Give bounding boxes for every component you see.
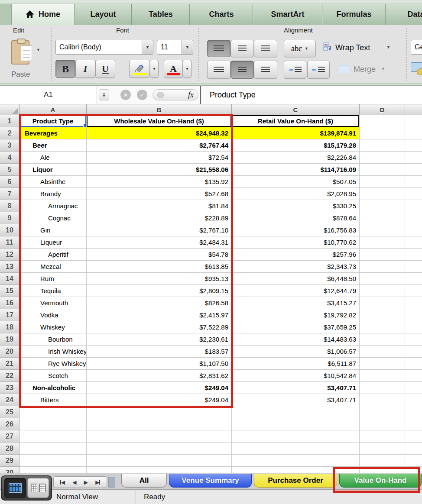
cell[interactable] (360, 370, 405, 382)
bold-button[interactable]: B (55, 60, 75, 78)
cell[interactable] (405, 467, 422, 473)
cell[interactable] (360, 443, 405, 455)
font-color-dropdown-icon[interactable]: ▼ (183, 60, 192, 78)
cell[interactable]: $249.04 (87, 382, 232, 394)
italic-button[interactable]: I (75, 60, 95, 78)
cell[interactable]: $3,407.71 (232, 382, 360, 394)
cell[interactable] (360, 152, 405, 164)
cell[interactable]: Rye Whiskey (19, 358, 87, 370)
sheet-tab-purchase-order[interactable]: Purchase Order (254, 474, 337, 488)
cell[interactable]: $330.25 (232, 200, 360, 212)
cell[interactable]: $7,522.89 (87, 321, 232, 333)
cell[interactable] (405, 212, 422, 224)
cell[interactable]: $14,483.63 (232, 333, 360, 346)
cell[interactable]: Scotch (19, 370, 87, 382)
cell[interactable] (405, 261, 422, 273)
cell[interactable]: Bitters (19, 394, 87, 406)
align-top-button[interactable] (207, 40, 230, 57)
cell[interactable] (405, 309, 422, 321)
paste-button[interactable] (6, 37, 35, 68)
column-header-A[interactable]: A (19, 104, 87, 115)
cell[interactable] (405, 394, 422, 406)
cell[interactable] (360, 406, 405, 418)
cell[interactable]: $19,792.82 (232, 309, 360, 321)
wrap-text-label[interactable]: Wrap Text (335, 43, 370, 52)
cell[interactable]: $2,343.73 (232, 261, 360, 273)
cell[interactable] (360, 249, 405, 261)
tab-smartart[interactable]: SmartArt (253, 4, 322, 25)
row-header-19[interactable]: 19 (0, 333, 19, 346)
cell[interactable]: $10,542.84 (232, 370, 360, 382)
cell[interactable]: $183.57 (87, 346, 232, 358)
cell[interactable] (405, 224, 422, 236)
cell[interactable] (360, 188, 405, 200)
cell[interactable]: Liquor (19, 164, 87, 176)
cell[interactable]: $257.96 (232, 249, 360, 261)
row-header-25[interactable]: 25 (0, 406, 19, 418)
merge-label[interactable]: Merge (354, 65, 376, 74)
cell[interactable]: Non-alcoholic (19, 382, 87, 394)
cell[interactable] (405, 127, 422, 139)
cell[interactable]: Beverages (19, 127, 87, 139)
cell[interactable]: $2,767.44 (87, 139, 232, 152)
cell[interactable]: $2,809.15 (87, 285, 232, 297)
cell[interactable] (19, 406, 87, 418)
cell[interactable]: $613.85 (87, 261, 232, 273)
tab-charts[interactable]: Charts (190, 4, 253, 25)
cell[interactable]: $3,407.71 (232, 394, 360, 406)
cell[interactable] (19, 443, 87, 455)
cell[interactable]: Tequila (19, 285, 87, 297)
accept-icon[interactable]: ✓ (137, 90, 147, 100)
cell[interactable]: Beer (19, 139, 87, 152)
cell[interactable]: $15,179.28 (232, 139, 360, 152)
tab-tables[interactable]: Tables (132, 4, 190, 25)
column-header-C[interactable]: C (232, 104, 360, 115)
cell[interactable]: Vermouth (19, 297, 87, 309)
cell[interactable] (405, 406, 422, 418)
increase-indent-button[interactable]: ⇨ (307, 61, 330, 79)
cell[interactable] (87, 455, 232, 467)
cell[interactable] (405, 249, 422, 261)
cell[interactable] (360, 236, 405, 249)
cell[interactable]: $2,028.95 (232, 188, 360, 200)
cell[interactable] (87, 430, 232, 443)
cell[interactable]: $114,716.09 (232, 164, 360, 176)
row-header-1[interactable]: 1 (0, 115, 19, 127)
row-header-9[interactable]: 9 (0, 212, 19, 224)
cell[interactable] (19, 467, 87, 473)
row-header-27[interactable]: 27 (0, 430, 19, 443)
row-header-7[interactable]: 7 (0, 188, 19, 200)
cell[interactable]: Wholesale Value On-Hand ($) (87, 115, 232, 127)
row-header-26[interactable]: 26 (0, 418, 19, 430)
cell[interactable]: Retail Value On-Hand ($) (232, 115, 360, 127)
cell[interactable]: Rum (19, 273, 87, 285)
cell[interactable]: $16,756.83 (232, 224, 360, 236)
cell[interactable]: $3,415.27 (232, 297, 360, 309)
cell[interactable] (360, 321, 405, 333)
cell[interactable]: Aperitif (19, 249, 87, 261)
cell[interactable]: Bourbon (19, 333, 87, 346)
row-header-29[interactable]: 29 (0, 455, 19, 467)
cell[interactable] (360, 115, 405, 127)
fill-color-button[interactable] (129, 60, 150, 78)
row-header-17[interactable]: 17 (0, 309, 19, 321)
cell[interactable] (360, 261, 405, 273)
cancel-icon[interactable]: ✕ (120, 90, 131, 100)
sheet-tab-value-on-hand[interactable]: Value On-Hand (339, 474, 422, 488)
cell[interactable] (360, 358, 405, 370)
cell[interactable] (19, 455, 87, 467)
align-center-button[interactable] (230, 61, 254, 79)
row-header-28[interactable]: 28 (0, 443, 19, 455)
cell[interactable] (360, 455, 405, 467)
cell[interactable]: $21,558.06 (87, 164, 232, 176)
cell[interactable]: $72.54 (87, 152, 232, 164)
cell[interactable]: $6,448.50 (232, 273, 360, 285)
cell[interactable] (232, 467, 360, 473)
cell[interactable] (405, 370, 422, 382)
cell[interactable] (405, 430, 422, 443)
row-header-12[interactable]: 12 (0, 249, 19, 261)
cell[interactable] (87, 467, 232, 473)
merge-dropdown-icon[interactable]: ▼ (381, 67, 385, 71)
cell[interactable] (87, 443, 232, 455)
cell[interactable] (405, 333, 422, 346)
